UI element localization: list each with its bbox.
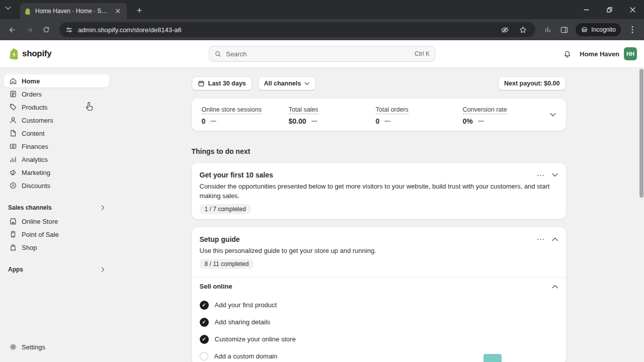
browser-tab[interactable]: Home Haven · Home · Shopify ✕: [20, 3, 127, 19]
back-icon[interactable]: [5, 23, 19, 37]
check-circle-icon: ✓: [200, 335, 209, 344]
sales-channels-label: Sales channels: [8, 204, 52, 211]
todo-heading: Things to do next: [192, 147, 566, 155]
task-add-first-product[interactable]: ✓ Add your first product: [200, 297, 558, 314]
sidebar-item-content[interactable]: Content: [4, 127, 109, 140]
chevron-right-icon: [101, 205, 105, 210]
next-payout-label: Next payout: $0.00: [504, 80, 559, 87]
sidebar-item-settings[interactable]: Settings: [4, 340, 109, 353]
card-menu-icon[interactable]: ⋯: [537, 171, 545, 179]
sidebar-item-label: Discounts: [22, 182, 50, 190]
tab-search-icon[interactable]: [5, 6, 11, 10]
shopify-logo[interactable]: S shopify: [8, 47, 51, 60]
close-window-button[interactable]: [621, 0, 644, 19]
chevron-up-icon[interactable]: [552, 237, 558, 241]
sidebar-item-orders[interactable]: Orders: [4, 87, 109, 101]
sidebar-item-shop[interactable]: Shop: [4, 241, 109, 254]
search-icon: [214, 50, 222, 58]
progress-badge: 8 / 11 completed: [200, 259, 254, 269]
window-controls: [575, 0, 644, 19]
incognito-label: Incognito: [591, 26, 616, 33]
task-add-custom-domain[interactable]: Add a custom domain: [200, 348, 558, 362]
password-eye-off-icon[interactable]: [498, 23, 511, 36]
global-search[interactable]: Ctrl K: [209, 46, 435, 62]
sidebar-item-finances[interactable]: Finances: [4, 140, 109, 153]
store-name: Home Haven: [580, 50, 619, 58]
media-controls-icon[interactable]: [541, 23, 554, 36]
metric-value: 0: [376, 117, 380, 125]
tab-close-icon[interactable]: ✕: [113, 7, 123, 16]
new-tab-button[interactable]: +: [133, 4, 146, 17]
setup-guide-description: Use this personalized guide to get your …: [200, 246, 558, 256]
admin-topbar: S shopify Ctrl K Home Haven HH: [0, 40, 644, 68]
first-sales-card: Get your first 10 sales ⋯ Consider the o…: [192, 163, 566, 219]
notifications-bell-icon[interactable]: [563, 50, 572, 58]
home-icon: [9, 77, 17, 85]
metric-value: 0%: [463, 117, 473, 125]
metric-conversion-rate: Conversion rate 0%: [463, 105, 550, 125]
browser-toolbar: admin.shopify.com/store/de8143-a6 Incogn…: [0, 19, 644, 40]
card-menu-icon[interactable]: ⋯: [537, 235, 545, 243]
progress-badge: 1 / 7 completed: [200, 204, 251, 214]
restore-button[interactable]: [598, 0, 621, 19]
forward-icon[interactable]: [22, 23, 36, 37]
products-icon: [9, 103, 17, 111]
browser-tab-strip: Home Haven · Home · Shopify ✕ +: [0, 0, 644, 19]
bookmark-star-icon[interactable]: [516, 23, 529, 36]
sparkline-placeholder: [384, 121, 390, 122]
date-range-button[interactable]: Last 30 days: [192, 76, 252, 90]
page-scrollbar[interactable]: [639, 69, 643, 198]
first-sales-description: Consider the opportunities presented bel…: [200, 182, 558, 201]
chevron-right-icon: [101, 267, 105, 272]
chevron-down-icon[interactable]: [552, 173, 558, 177]
sales-channels-header[interactable]: Sales channels: [4, 204, 109, 212]
metric-total-sales: Total sales $0.00: [289, 105, 376, 125]
metric-label: Online store sessions: [202, 106, 262, 114]
channel-filter-label: All channels: [264, 80, 301, 87]
store-menu[interactable]: Home Haven HH: [580, 47, 637, 60]
sidebar-nav: Home Orders Products Customers Content F…: [0, 68, 113, 362]
minimize-button[interactable]: [575, 0, 598, 19]
sidebar-item-products[interactable]: Products: [4, 101, 109, 114]
next-payout-button[interactable]: Next payout: $0.00: [498, 76, 566, 90]
check-circle-icon: ✓: [200, 318, 209, 327]
sidebar-item-home[interactable]: Home: [4, 74, 109, 87]
metric-label: Conversion rate: [463, 106, 507, 114]
side-panel-icon[interactable]: [557, 23, 571, 36]
first-sales-title: Get your first 10 sales: [200, 171, 273, 179]
gear-icon: [9, 343, 17, 351]
sidebar-item-label: Settings: [22, 343, 45, 351]
task-add-sharing-details[interactable]: ✓ Add sharing details: [200, 314, 558, 331]
apps-header[interactable]: Apps: [4, 265, 109, 274]
metrics-expand-chevron-icon[interactable]: [550, 113, 556, 117]
sidebar-item-discounts[interactable]: Discounts: [4, 179, 109, 192]
channel-filter-button[interactable]: All channels: [258, 76, 316, 90]
sidebar-item-point-of-sale[interactable]: Point of Sale: [4, 228, 109, 241]
task-label: Add your first product: [215, 301, 277, 309]
task-label: Customize your online store: [215, 335, 296, 343]
sidebar-item-label: Customers: [22, 117, 53, 124]
site-info-icon[interactable]: [65, 26, 73, 34]
incognito-icon: [581, 26, 588, 34]
url-text: admin.shopify.com/store/de8143-a6: [78, 26, 493, 34]
metrics-card: Online store sessions 0 Total sales $0.0…: [192, 99, 566, 131]
refresh-icon[interactable]: [39, 23, 53, 37]
sidebar-item-online-store[interactable]: Online Store: [4, 215, 109, 228]
sidebar-item-label: Marketing: [22, 169, 50, 176]
sidebar-item-marketing[interactable]: Marketing: [4, 166, 109, 179]
sparkline-placeholder: [311, 121, 317, 122]
url-bar[interactable]: admin.shopify.com/store/de8143-a6: [59, 22, 535, 37]
sell-online-label: Sell online: [200, 283, 232, 290]
sidebar-item-analytics[interactable]: Analytics: [4, 153, 109, 166]
store-avatar: HH: [624, 47, 637, 60]
sparkline-placeholder: [478, 121, 484, 122]
discounts-icon: [9, 182, 17, 190]
search-input[interactable]: [226, 50, 411, 58]
browser-menu-kebab-icon[interactable]: [626, 23, 639, 36]
sidebar-item-customers[interactable]: Customers: [4, 114, 109, 127]
sidebar-item-label: Home: [22, 77, 40, 85]
task-customize-online-store[interactable]: ✓ Customize your online store: [200, 331, 558, 348]
filter-row: Last 30 days All channels Next payout: $…: [192, 76, 566, 90]
sidebar-item-label: Shop: [22, 244, 37, 251]
sell-online-section-toggle[interactable]: Sell online: [192, 278, 566, 296]
